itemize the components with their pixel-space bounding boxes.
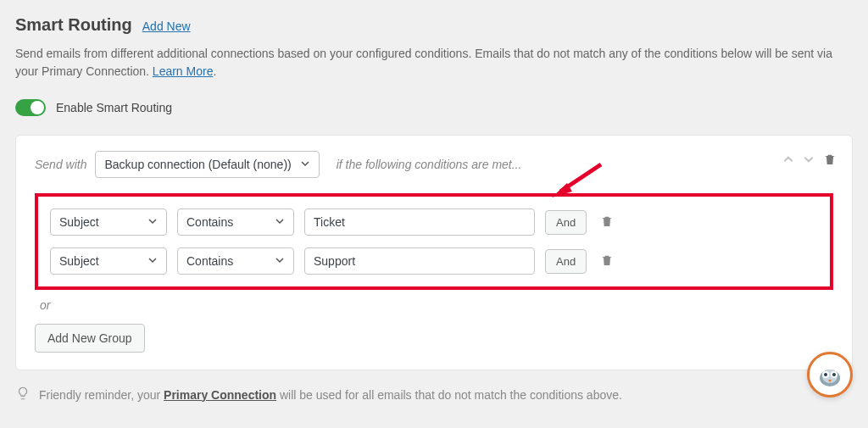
enable-toggle[interactable] (15, 99, 46, 116)
description-text: Send emails from different additional co… (15, 47, 832, 78)
connection-value: Backup connection (Default (none)) (104, 158, 291, 171)
chevron-down-icon (275, 254, 285, 268)
enable-toggle-label: Enable Smart Routing (56, 101, 172, 114)
lightbulb-icon (15, 386, 31, 403)
routing-card: Send with Backup connection (Default (no… (15, 135, 853, 370)
connection-select[interactable]: Backup connection (Default (none)) (95, 151, 319, 178)
reminder-text: Friendly reminder, your Primary Connecti… (15, 386, 853, 403)
move-down-icon[interactable] (803, 153, 815, 168)
learn-more-link[interactable]: Learn More (153, 64, 214, 78)
rule-value-input[interactable] (304, 247, 535, 275)
rule-value-input[interactable] (304, 208, 535, 236)
conditions-label: if the following conditions are met... (337, 158, 522, 171)
rule-operator-select[interactable]: Contains (177, 247, 294, 275)
svg-point-8 (832, 373, 836, 376)
or-label: or (40, 298, 833, 312)
primary-connection-link[interactable]: Primary Connection (164, 388, 276, 402)
rules-highlight: Subject Contains And Subject (35, 193, 833, 290)
move-up-icon[interactable] (782, 153, 794, 168)
delete-card-icon[interactable] (823, 153, 837, 169)
chevron-down-icon (275, 215, 285, 229)
help-bubble[interactable] (807, 352, 853, 397)
and-button[interactable]: And (545, 249, 587, 274)
rule-field-select[interactable]: Subject (50, 208, 167, 236)
chevron-down-icon (300, 158, 310, 171)
rule-field-value: Subject (59, 215, 99, 229)
rule-operator-select[interactable]: Contains (177, 208, 294, 236)
add-new-link[interactable]: Add New (142, 19, 191, 33)
chevron-down-icon (147, 215, 158, 229)
rule-row: Subject Contains And (50, 247, 818, 275)
reminder-prefix: Friendly reminder, your (39, 388, 164, 402)
page-title: Smart Routing (15, 15, 132, 35)
svg-point-7 (824, 373, 827, 376)
page-description: Send emails from different additional co… (15, 45, 853, 81)
rule-field-value: Subject (59, 254, 99, 268)
and-button[interactable]: And (545, 210, 587, 235)
rule-field-select[interactable]: Subject (50, 247, 167, 275)
mascot-icon (813, 358, 847, 392)
rule-operator-value: Contains (186, 215, 233, 229)
add-group-button[interactable]: Add New Group (35, 324, 145, 353)
rule-row: Subject Contains And (50, 208, 818, 236)
chevron-down-icon (147, 254, 158, 268)
delete-rule-icon[interactable] (600, 253, 614, 270)
delete-rule-icon[interactable] (600, 214, 614, 231)
reminder-suffix: will be used for all emails that do not … (276, 388, 622, 402)
send-with-label: Send with (35, 158, 86, 171)
rule-operator-value: Contains (186, 254, 233, 268)
